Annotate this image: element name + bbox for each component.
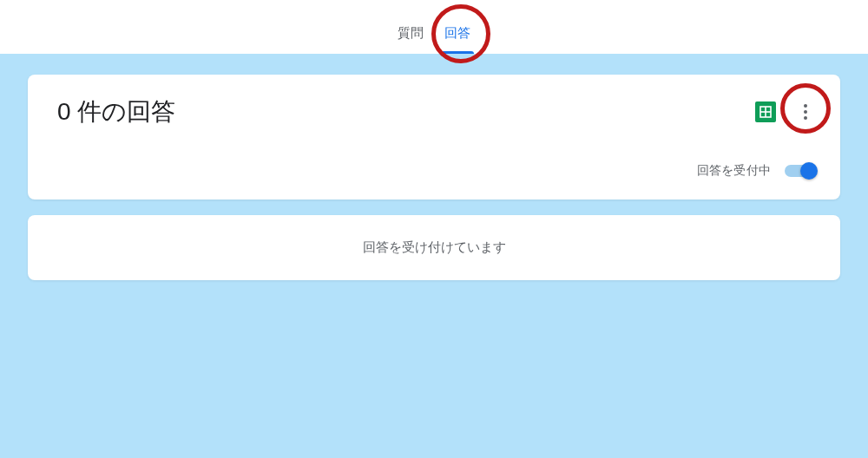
more-dot-icon bbox=[804, 104, 807, 108]
accepting-toggle-label: 回答を受付中 bbox=[697, 163, 771, 179]
toggle-knob bbox=[800, 162, 818, 180]
tab-questions[interactable]: 質問 bbox=[398, 25, 424, 54]
accepting-toggle-row: 回答を受付中 bbox=[57, 163, 816, 179]
more-dot-icon bbox=[804, 110, 807, 114]
tabs-wrapper: 質問 回答 bbox=[398, 25, 470, 54]
content-background: 0 件の回答 回答を受付中 bbox=[0, 54, 868, 458]
accepting-status-card: 回答を受け付けています bbox=[28, 215, 840, 280]
accepting-toggle[interactable] bbox=[785, 165, 816, 177]
tabs-bar: 質問 回答 bbox=[0, 0, 868, 54]
more-options-button[interactable] bbox=[795, 101, 816, 122]
responses-card: 0 件の回答 回答を受付中 bbox=[28, 75, 840, 200]
responses-header-actions bbox=[755, 101, 816, 122]
sheets-icon[interactable] bbox=[755, 101, 776, 122]
more-dot-icon bbox=[804, 116, 807, 120]
sheets-grid-icon bbox=[760, 106, 772, 118]
responses-title: 0 件の回答 bbox=[57, 95, 175, 128]
responses-header-row: 0 件の回答 bbox=[57, 95, 816, 128]
accepting-status-text: 回答を受け付けています bbox=[52, 239, 816, 256]
tab-responses[interactable]: 回答 bbox=[444, 25, 470, 54]
